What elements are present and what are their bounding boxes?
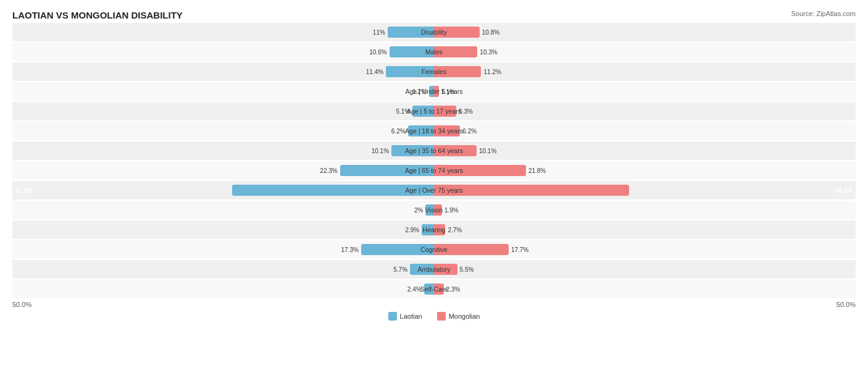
bar-row: 22.3% Age | 65 to 74 years 21.8% xyxy=(12,161,856,180)
right-side: 6.2% xyxy=(434,122,856,140)
bar-pink xyxy=(434,185,629,196)
bar-blue xyxy=(422,224,434,235)
val-right: 11.2% xyxy=(481,69,501,75)
bar-pink xyxy=(434,46,477,57)
source-label: Source: ZipAtlas.com xyxy=(791,10,856,17)
left-side: 22.3% xyxy=(12,161,434,180)
val-left: 6.2% xyxy=(391,128,408,135)
bar-blue xyxy=(361,244,434,255)
right-side: 10.1% xyxy=(434,141,856,160)
bar-pink xyxy=(434,165,526,176)
right-side: 17.7% xyxy=(434,240,856,259)
bar-pink xyxy=(434,204,442,216)
right-side: 46.3% xyxy=(434,181,856,200)
right-side: 1.9% xyxy=(434,201,856,219)
left-side: 2.9% xyxy=(12,220,434,239)
bar-row: 10.6% Males 10.3% xyxy=(12,43,856,61)
val-right: 6.2% xyxy=(460,128,477,135)
axis-right: 50.0% xyxy=(434,301,856,308)
val-right: 2.3% xyxy=(444,286,461,293)
right-side: 2.3% xyxy=(434,280,856,298)
bar-blue xyxy=(340,165,434,176)
val-right: 1.9% xyxy=(442,207,459,214)
val-right: 1.1% xyxy=(439,88,456,95)
bar-pink xyxy=(434,125,460,136)
legend-blue-box xyxy=(388,312,397,321)
bar-blue xyxy=(408,125,434,136)
left-side: 11% xyxy=(12,23,434,41)
left-side: 2% xyxy=(12,201,434,219)
left-side: 6.2% xyxy=(12,122,434,140)
val-left: 5.1% xyxy=(396,108,412,115)
bar-blue xyxy=(390,46,434,57)
bar-row: 6.2% Age | 18 to 34 years 6.2% xyxy=(12,122,856,140)
bar-pink xyxy=(434,106,456,117)
bar-row: 2% Vision 1.9% xyxy=(12,201,856,219)
right-side: 1.1% xyxy=(434,82,856,101)
left-side: 10.6% xyxy=(12,43,434,61)
val-left: 2% xyxy=(414,207,425,214)
val-right: 10.3% xyxy=(477,49,497,56)
bar-row: 10.1% Age | 35 to 64 years 10.1% xyxy=(12,141,856,160)
left-side: 17.3% xyxy=(12,240,434,259)
axis-row: 50.0% 50.0% xyxy=(12,301,856,308)
bar-pink xyxy=(434,224,445,235)
legend-laotian-label: Laotian xyxy=(400,313,422,320)
bar-blue xyxy=(232,185,434,196)
val-left: 11.4% xyxy=(366,69,386,75)
bar-pink xyxy=(434,244,509,255)
bar-blue xyxy=(425,204,434,216)
left-side: 5.1% xyxy=(12,102,434,120)
right-side: 5.3% xyxy=(434,102,856,120)
left-side: 10.1% xyxy=(12,141,434,160)
bar-row: 5.1% Age | 5 to 17 years 5.3% xyxy=(12,102,856,120)
val-right: 17.7% xyxy=(509,246,528,253)
val-right: 21.8% xyxy=(526,167,546,174)
left-side: 5.7% xyxy=(12,260,434,279)
bar-blue xyxy=(412,106,434,117)
bar-pink xyxy=(434,145,477,156)
left-side: 2.4% xyxy=(12,280,434,298)
legend-pink-box xyxy=(437,312,446,321)
chart-title: LAOTIAN VS MONGOLIAN DISABILITY xyxy=(12,10,183,20)
bar-blue xyxy=(386,66,434,77)
val-left: 22.3% xyxy=(320,167,340,174)
bar-pink xyxy=(434,284,444,295)
bar-blue xyxy=(410,264,434,275)
val-left: 2.9% xyxy=(405,227,422,233)
axis-left: 50.0% xyxy=(12,301,434,308)
val-right: 46.3% xyxy=(835,187,853,194)
legend-mongolian: Mongolian xyxy=(437,312,480,321)
right-side: 5.5% xyxy=(434,260,856,279)
legend-laotian: Laotian xyxy=(388,312,422,321)
val-left: 5.7% xyxy=(393,266,410,273)
chart-area: 11% Disability 10.8% 10.6% Males 10.3% xyxy=(12,23,856,298)
bar-pink xyxy=(434,86,439,97)
bar-row: 5.7% Ambulatory 5.5% xyxy=(12,260,856,279)
bar-row: 1.2% Age | Under 5 years 1.1% xyxy=(12,82,856,101)
left-side: 11.4% xyxy=(12,62,434,81)
val-right: 5.3% xyxy=(456,108,473,115)
val-left: 10.1% xyxy=(372,148,391,154)
val-left: 10.6% xyxy=(369,49,389,56)
left-side: 47.9% xyxy=(12,181,434,200)
bar-blue xyxy=(388,27,434,38)
val-right: 5.5% xyxy=(457,266,474,273)
bar-blue xyxy=(429,86,434,97)
bar-pink xyxy=(434,27,480,38)
right-side: 21.8% xyxy=(434,161,856,180)
right-side: 10.8% xyxy=(434,23,856,41)
val-right: 2.7% xyxy=(445,227,462,233)
legend: Laotian Mongolian xyxy=(12,312,856,321)
val-right: 10.1% xyxy=(477,148,496,154)
right-side: 11.2% xyxy=(434,62,856,81)
legend-mongolian-label: Mongolian xyxy=(449,313,480,320)
val-right: 10.8% xyxy=(480,29,499,36)
bar-row: 11% Disability 10.8% xyxy=(12,23,856,41)
val-left: 2.4% xyxy=(407,286,424,293)
bar-row: 11.4% Females 11.2% xyxy=(12,62,856,81)
right-side: 10.3% xyxy=(434,43,856,61)
bar-row: 2.9% Hearing 2.7% xyxy=(12,220,856,239)
left-side: 1.2% xyxy=(12,82,434,101)
bar-blue xyxy=(424,284,434,295)
